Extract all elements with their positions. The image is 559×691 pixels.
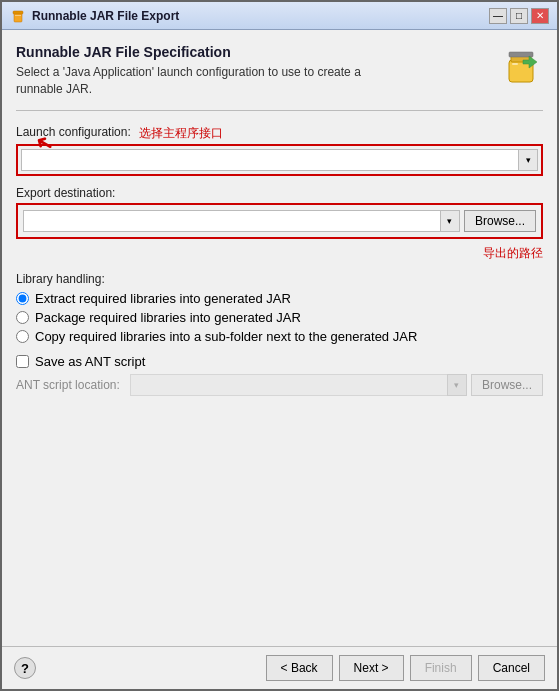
ant-checkbox-row: Save as ANT script	[16, 354, 543, 369]
library-option-1-label: Package required libraries into generate…	[35, 310, 301, 325]
export-dropdown-wrapper: ▾	[23, 210, 460, 232]
help-button[interactable]: ?	[14, 657, 36, 679]
finish-button[interactable]: Finish	[410, 655, 472, 681]
window-controls: — □ ✕	[489, 8, 549, 24]
page-description: Select a 'Java Application' launch confi…	[16, 64, 396, 98]
minimize-button[interactable]: —	[489, 8, 507, 24]
library-radio-2[interactable]	[16, 330, 29, 343]
ant-script-dropdown	[130, 374, 467, 396]
ant-script-label: ANT script location:	[16, 378, 126, 392]
library-option-2-label: Copy required libraries into a sub-folde…	[35, 329, 417, 344]
footer-left: ?	[14, 657, 36, 679]
next-button[interactable]: Next >	[339, 655, 404, 681]
svg-rect-6	[512, 63, 518, 65]
ant-checkbox[interactable]	[16, 355, 29, 368]
jar-icon	[499, 44, 543, 88]
svg-rect-2	[15, 15, 21, 16]
launch-annotation: 选择主程序接口	[139, 125, 223, 142]
ant-section: Save as ANT script ANT script location: …	[16, 354, 543, 396]
form-section: Launch configuration: 选择主程序接口 ▾ ➜	[16, 125, 543, 406]
export-dest-box: ▾ Browse...	[16, 203, 543, 239]
launch-config-box: ▾ ➜	[16, 144, 543, 176]
export-annotation: 导出的路径	[16, 245, 543, 262]
svg-rect-0	[14, 13, 22, 22]
ant-checkbox-label: Save as ANT script	[35, 354, 145, 369]
library-option-0: Extract required libraries into generate…	[16, 291, 543, 306]
library-option-1: Package required libraries into generate…	[16, 310, 543, 325]
window: Runnable JAR File Export — □ ✕ Runnable …	[0, 0, 559, 691]
launch-config-label: Launch configuration:	[16, 125, 131, 139]
header-text: Runnable JAR File Specification Select a…	[16, 44, 396, 98]
launch-config-group: Launch configuration: 选择主程序接口 ▾ ➜	[16, 125, 543, 176]
bottom-spacer	[16, 406, 543, 638]
launch-config-dropdown[interactable]	[21, 149, 538, 171]
library-option-2: Copy required libraries into a sub-folde…	[16, 329, 543, 344]
export-dest-row: ▾ Browse...	[23, 210, 536, 232]
library-option-0-label: Extract required libraries into generate…	[35, 291, 291, 306]
title-bar: Runnable JAR File Export — □ ✕	[2, 2, 557, 30]
library-radio-1[interactable]	[16, 311, 29, 324]
launch-dropdown-row: ▾	[21, 149, 538, 171]
header-section: Runnable JAR File Specification Select a…	[16, 44, 543, 111]
back-button[interactable]: < Back	[266, 655, 333, 681]
export-dest-group: Export destination: ▾ Browse... 导出的路径	[16, 186, 543, 262]
ant-browse-button: Browse...	[471, 374, 543, 396]
footer: ? < Back Next > Finish Cancel	[2, 646, 557, 689]
close-button[interactable]: ✕	[531, 8, 549, 24]
cancel-button[interactable]: Cancel	[478, 655, 545, 681]
title-bar-icon	[10, 8, 26, 24]
export-dest-dropdown[interactable]	[23, 210, 460, 232]
ant-dropdown-wrapper: ▾	[130, 374, 467, 396]
main-content: Runnable JAR File Specification Select a…	[2, 30, 557, 646]
footer-right: < Back Next > Finish Cancel	[266, 655, 545, 681]
export-browse-button[interactable]: Browse...	[464, 210, 536, 232]
library-label: Library handling:	[16, 272, 543, 286]
ant-script-row: ANT script location: ▾ Browse...	[16, 374, 543, 396]
page-title: Runnable JAR File Specification	[16, 44, 396, 60]
library-radio-0[interactable]	[16, 292, 29, 305]
export-dest-label: Export destination:	[16, 186, 543, 200]
maximize-button[interactable]: □	[510, 8, 528, 24]
svg-rect-1	[13, 11, 23, 14]
library-section: Library handling: Extract required libra…	[16, 272, 543, 344]
window-title: Runnable JAR File Export	[32, 9, 179, 23]
